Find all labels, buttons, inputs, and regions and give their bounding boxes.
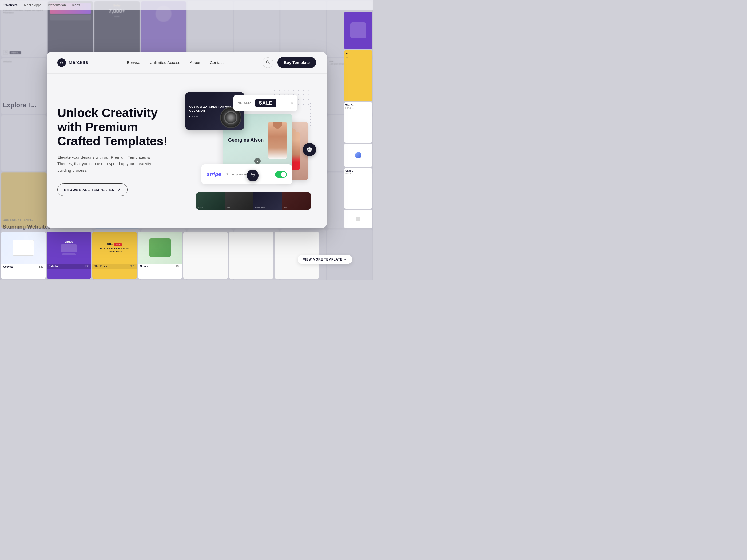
sale-badge: SALE (255, 99, 276, 107)
gallery-cell-2: Dark (225, 192, 254, 210)
gallery-cell-3: Kadiri Ruiz (253, 192, 282, 210)
hero-section: Unlock Creativity with Premium Crafted T… (47, 74, 327, 228)
hero-right: CUSTOM WATCHES FOR ANY OCCASION METAELY … (180, 87, 316, 215)
cat-tab-presentation[interactable]: Presentation (48, 3, 66, 7)
bottom-card-5 (183, 232, 228, 279)
search-icon (266, 60, 270, 65)
view-more-button[interactable]: VIEW MORE TEMPLATE → (298, 255, 352, 264)
bottom-card-natura: Natura $39 (138, 232, 182, 279)
model-name: Georgina Alson (228, 137, 264, 143)
logo-text: Marckits (69, 60, 88, 65)
hero-left: Unlock Creativity with Premium Crafted T… (57, 106, 180, 196)
shield-icon-badge (303, 143, 316, 156)
browse-label: BROWSE ALL TEMPLATES (64, 188, 114, 192)
bg-category-tabs: Website Mobile Apps Presentation Icons (0, 0, 374, 10)
logo-icon (57, 58, 66, 67)
navbar: Marckits Borwse Unlimited Access About C… (47, 52, 327, 74)
stripe-toggle[interactable] (275, 171, 287, 178)
cat-tab-mobile[interactable]: Mobile Apps (24, 3, 41, 7)
main-modal: Marckits Borwse Unlimited Access About C… (47, 52, 327, 228)
nav-contact[interactable]: Contact (210, 60, 224, 65)
stripe-logo: stripe (207, 171, 221, 177)
stripe-label: Stripe gateway (226, 172, 247, 176)
hero-subtitle: Elevate your designs with our Premium Te… (57, 154, 159, 174)
template-card-sale: METAELY SALE × (233, 95, 298, 111)
nav-browse[interactable]: Borwse (127, 60, 140, 65)
explore-label: Explore T... (3, 101, 36, 109)
logo[interactable]: Marckits (57, 58, 88, 67)
buy-template-button[interactable]: Buy Template (278, 57, 316, 68)
svg-point-1 (252, 177, 253, 177)
nav-unlimited[interactable]: Unlimited Access (150, 60, 180, 65)
bottom-cards-row: Ceevaa $39 slides Sldddo $39 80+ POSTS B… (0, 231, 320, 280)
gallery-cell-1: Forest (196, 192, 225, 210)
bottom-card-6 (229, 232, 274, 279)
search-button[interactable] (262, 57, 273, 68)
play-button[interactable]: ▶ (254, 158, 261, 164)
svg-point-2 (253, 177, 254, 177)
arrow-icon: ↗ (117, 187, 121, 192)
model-figure (268, 122, 287, 159)
nav-about[interactable]: About (190, 60, 200, 65)
bottom-card-ceevaa: Ceevaa $39 (1, 232, 46, 279)
hero-title: Unlock Creativity with Premium Crafted T… (57, 106, 180, 148)
sale-close-icon[interactable]: × (291, 101, 293, 105)
bottom-card-sliddo: slides Sldddo $39 (47, 232, 91, 279)
nav-actions: Buy Template (262, 57, 316, 68)
cart-icon-badge[interactable] (247, 169, 259, 181)
latest-label: OUR LATEST TEMPL... (3, 218, 34, 221)
template-gallery-strip: Forest Dark Kadiri Ruiz Red (196, 192, 311, 210)
nav-links: Borwse Unlimited Access About Contact (127, 60, 224, 65)
right-panel: B... ... The P... Figma T... Char... Ske… (343, 11, 374, 229)
cat-tab-icons[interactable]: Icons (72, 3, 80, 7)
stunning-label: Stunning Websites (3, 224, 51, 230)
browse-all-button[interactable]: BROWSE ALL TEMPLATES ↗ (57, 184, 128, 196)
gallery-cell-4: Red (282, 192, 311, 210)
bottom-card-posts: 80+ POSTS BLOG CAROUSELS POST TEMPLATES … (92, 232, 137, 279)
cat-tab-website[interactable]: Website (5, 3, 18, 7)
sale-brand: METAELY (238, 102, 252, 105)
